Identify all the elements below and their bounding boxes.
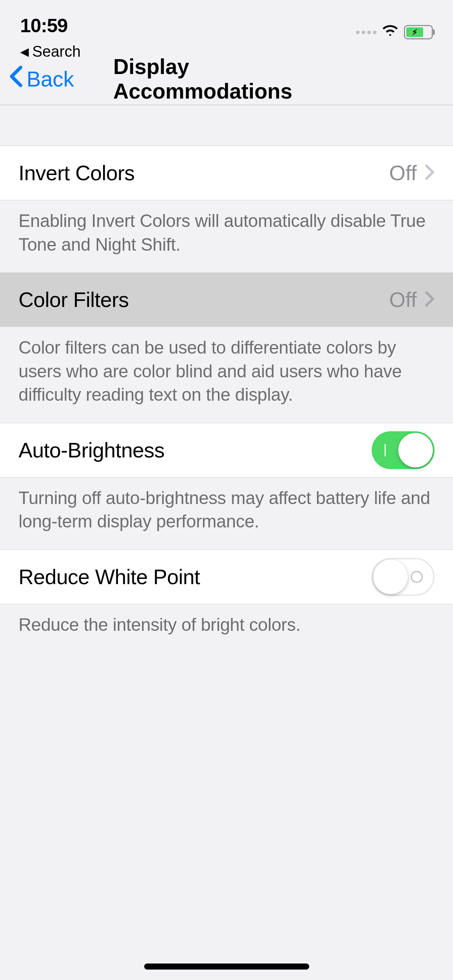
cell-right: Off <box>389 288 434 312</box>
charging-bolt-icon: ⚡︎ <box>412 27 418 37</box>
color-filters-row[interactable]: Color Filters Off <box>0 272 453 327</box>
section-spacer <box>0 105 453 146</box>
color-filters-label: Color Filters <box>19 288 129 312</box>
toggle-knob <box>398 433 433 467</box>
color-filters-value: Off <box>389 288 417 312</box>
reduce-white-point-toggle[interactable] <box>372 558 434 596</box>
invert-colors-row[interactable]: Invert Colors Off <box>0 146 453 200</box>
back-button[interactable]: Back <box>8 65 74 93</box>
invert-colors-value: Off <box>389 161 417 185</box>
toggle-knob <box>373 560 408 594</box>
signal-dots-icon <box>356 31 376 34</box>
back-label: Back <box>27 67 74 91</box>
reduce-white-point-label: Reduce White Point <box>19 565 200 589</box>
reduce-white-point-row: Reduce White Point <box>0 550 453 604</box>
invert-colors-label: Invert Colors <box>19 161 134 185</box>
auto-brightness-footer: Turning off auto-brightness may affect b… <box>0 478 453 550</box>
home-indicator[interactable] <box>144 964 309 970</box>
chevron-right-icon <box>425 164 434 182</box>
chevron-left-icon <box>8 65 24 93</box>
cell-right: Off <box>389 161 434 185</box>
auto-brightness-label: Auto-Brightness <box>19 438 164 462</box>
nav-bar: Back Display Accommodations <box>0 53 453 105</box>
status-bar: 10:59 ◀ Search ⚡︎ <box>0 0 453 53</box>
battery-fill: ⚡︎ <box>406 27 423 37</box>
chevron-right-icon <box>425 291 434 309</box>
color-filters-footer: Color filters can be used to differentia… <box>0 327 453 423</box>
reduce-white-point-footer: Reduce the intensity of bright colors. <box>0 604 453 653</box>
battery-icon: ⚡︎ <box>404 25 433 39</box>
auto-brightness-toggle[interactable] <box>372 431 434 469</box>
invert-colors-footer: Enabling Invert Colors will automaticall… <box>0 200 453 272</box>
status-time: 10:59 <box>20 14 81 37</box>
page-title: Display Accommodations <box>113 54 340 103</box>
wifi-icon <box>381 23 399 42</box>
status-right: ⚡︎ <box>356 14 433 42</box>
auto-brightness-row: Auto-Brightness <box>0 423 453 478</box>
